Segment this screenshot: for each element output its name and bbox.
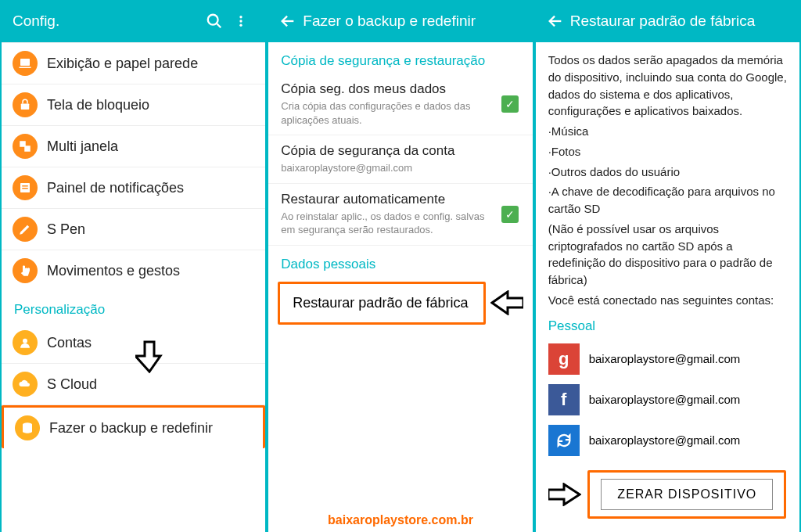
account-row: g baixaroplaystore@gmail.com [536, 339, 799, 379]
backup-content: Cópia de segurança e restauração Cópia s… [268, 42, 532, 532]
checkbox-checked-icon[interactable]: ✓ [501, 95, 519, 113]
lock-icon [13, 92, 38, 117]
svg-rect-6 [20, 67, 31, 69]
setting-title: Restaurar automaticamente [281, 192, 490, 207]
item-label: Contas [47, 335, 92, 351]
cloud-icon [13, 372, 38, 397]
list-item[interactable]: Painel de notificações [2, 167, 265, 209]
item-label: S Cloud [47, 376, 97, 393]
item-label: Tela de bloqueio [47, 97, 149, 113]
reset-device-button[interactable]: ZERAR DISPOSITIVO [601, 479, 773, 510]
pen-icon [13, 217, 38, 242]
back-icon[interactable] [279, 13, 296, 30]
svg-point-2 [240, 16, 242, 18]
bullet: ·A chave de decodificação para arquivos … [536, 183, 799, 221]
header: Config. [2, 0, 265, 42]
list-item[interactable]: Movimentos e gestos [2, 250, 265, 291]
setting-subtitle: Cria cópia das configurações e dados das… [281, 99, 490, 127]
setting-auto-restore[interactable]: Restaurar automaticamente Ao reinstalar … [268, 184, 532, 246]
backup-icon [15, 415, 40, 440]
reset-button-highlight: ZERAR DISPOSITIVO [587, 470, 786, 519]
settings-list: Exibição e papel parede Tela de bloqueio… [2, 42, 265, 532]
google-icon: g [548, 343, 580, 375]
list-item[interactable]: Contas [2, 322, 265, 364]
sync-icon [548, 425, 580, 456]
settings-panel: Config. Exibição e papel parede Tela de … [2, 0, 265, 532]
setting-subtitle: baixaroplaystore@gmail.com [281, 161, 519, 175]
account-row: baixaroplaystore@gmail.com [536, 420, 799, 461]
svg-point-3 [240, 20, 242, 22]
item-label: Multi janela [47, 138, 118, 155]
item-label: Exibição e papel parede [47, 56, 198, 72]
account-email: baixaroplaystore@gmail.com [589, 352, 741, 365]
setting-backup-account[interactable]: Cópia de segurança da conta baixaroplays… [268, 135, 532, 184]
more-icon[interactable] [228, 13, 254, 30]
section-personal: Pessoal [536, 312, 799, 339]
svg-rect-9 [24, 146, 31, 152]
header: Restaurar padrão de fábrica [536, 0, 799, 42]
facebook-icon: f [548, 384, 580, 415]
setting-title: Cópia de segurança da conta [281, 143, 519, 159]
list-item[interactable]: Multi janela [2, 126, 265, 167]
item-label: Painel de notificações [47, 180, 184, 196]
arrow-right-annotation [548, 483, 581, 506]
backup-reset-panel: Fazer o backup e redefinir Cópia de segu… [268, 0, 532, 532]
svg-point-4 [240, 24, 242, 27]
account-row: f baixaroplaystore@gmail.com [536, 379, 799, 420]
connected-text: Você está conectado nas seguintes contas… [536, 292, 799, 312]
setting-backup-my-data[interactable]: Cópia seg. dos meus dados Cria cópia das… [268, 74, 532, 135]
list-item[interactable]: Tela de bloqueio [2, 84, 265, 126]
display-icon [13, 51, 38, 76]
account-email: baixaroplaystore@gmail.com [589, 393, 741, 406]
item-label: Movimentos e gestos [47, 263, 180, 279]
bullet: ·Outros dados do usuário [536, 164, 799, 184]
svg-rect-5 [20, 59, 30, 66]
back-icon[interactable] [547, 13, 564, 30]
item-label: Fazer o backup e redefinir [49, 420, 213, 437]
accounts-icon [13, 330, 38, 355]
section-title: Dados pessoais [268, 246, 532, 277]
factory-reset-label: Restaurar padrão de fábrica [293, 295, 468, 311]
section-title: Cópia de segurança e restauração [268, 42, 532, 74]
list-item[interactable]: S Pen [2, 209, 265, 250]
multiwindow-icon [13, 134, 38, 159]
factory-reset-panel: Restaurar padrão de fábrica Todos os dad… [536, 0, 799, 532]
note-text: (Não é possível usar os arquivos criptog… [536, 221, 799, 292]
bullet: ·Fotos [536, 143, 799, 164]
account-email: baixaroplaystore@gmail.com [589, 433, 741, 447]
list-item[interactable]: S Cloud [2, 364, 265, 405]
setting-subtitle: Ao reinstalar aplic., os dados e config.… [281, 210, 490, 237]
factory-reset-row[interactable]: Restaurar padrão de fábrica [278, 282, 485, 325]
svg-line-1 [217, 23, 221, 28]
page-title: Config. [13, 13, 201, 30]
gestures-icon [13, 258, 38, 283]
search-icon[interactable] [201, 13, 228, 30]
page-title: Restaurar padrão de fábrica [570, 13, 788, 30]
list-item-backup-reset[interactable]: Fazer o backup e redefinir [2, 405, 265, 448]
list-item[interactable]: Exibição e papel parede [2, 42, 265, 84]
svg-point-0 [208, 15, 218, 25]
arrow-down-annotation [135, 339, 163, 373]
page-title: Fazer o backup e redefinir [303, 13, 521, 30]
bullet: ·Música [536, 123, 799, 143]
svg-point-13 [23, 339, 27, 343]
notifications-icon [13, 175, 38, 200]
section-title: Personalização [2, 291, 265, 322]
setting-title: Cópia seg. dos meus dados [281, 81, 490, 97]
intro-text: Todos os dados serão apagados da memória… [536, 42, 799, 123]
svg-rect-7 [21, 104, 30, 110]
item-label: S Pen [47, 221, 85, 238]
reset-content: Todos os dados serão apagados da memória… [536, 42, 799, 532]
checkbox-checked-icon[interactable]: ✓ [501, 206, 519, 223]
watermark-text: baixaroplaystore.com.br [328, 513, 473, 527]
arrow-left-annotation [490, 290, 523, 315]
header: Fazer o backup e redefinir [268, 0, 532, 42]
